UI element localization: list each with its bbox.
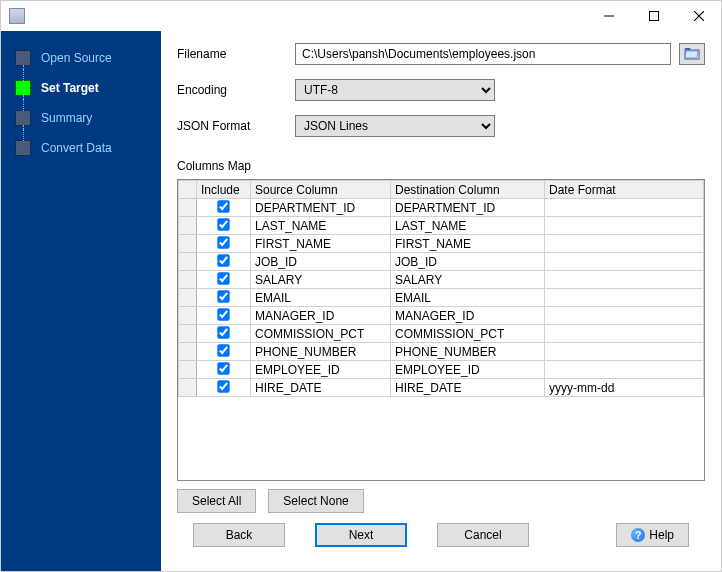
- step-marker-icon: [15, 50, 31, 66]
- source-cell[interactable]: LAST_NAME: [251, 217, 391, 235]
- dateformat-cell[interactable]: [545, 325, 704, 343]
- title-bar: [1, 1, 721, 31]
- dateformat-cell[interactable]: [545, 343, 704, 361]
- close-button[interactable]: [676, 1, 721, 31]
- table-row[interactable]: SALARYSALARY: [179, 271, 704, 289]
- col-header-include[interactable]: Include: [197, 181, 251, 199]
- dateformat-cell[interactable]: [545, 217, 704, 235]
- include-cell: [197, 235, 251, 253]
- row-handle[interactable]: [179, 217, 197, 235]
- source-cell[interactable]: PHONE_NUMBER: [251, 343, 391, 361]
- row-handle[interactable]: [179, 253, 197, 271]
- sidebar-item-summary[interactable]: Summary: [1, 103, 161, 133]
- table-row[interactable]: MANAGER_IDMANAGER_ID: [179, 307, 704, 325]
- browse-button[interactable]: [679, 43, 705, 65]
- table-row[interactable]: EMPLOYEE_IDEMPLOYEE_ID: [179, 361, 704, 379]
- include-checkbox[interactable]: [217, 290, 229, 302]
- include-cell: [197, 379, 251, 397]
- include-checkbox[interactable]: [217, 362, 229, 374]
- json-format-label: JSON Format: [177, 119, 287, 133]
- help-icon: ?: [631, 528, 645, 542]
- destination-cell[interactable]: HIRE_DATE: [391, 379, 545, 397]
- include-checkbox[interactable]: [217, 200, 229, 212]
- dateformat-cell[interactable]: [545, 253, 704, 271]
- row-handle[interactable]: [179, 271, 197, 289]
- table-row[interactable]: COMMISSION_PCTCOMMISSION_PCT: [179, 325, 704, 343]
- destination-cell[interactable]: FIRST_NAME: [391, 235, 545, 253]
- table-row[interactable]: DEPARTMENT_IDDEPARTMENT_ID: [179, 199, 704, 217]
- col-header-source[interactable]: Source Column: [251, 181, 391, 199]
- source-cell[interactable]: EMPLOYEE_ID: [251, 361, 391, 379]
- table-row[interactable]: LAST_NAMELAST_NAME: [179, 217, 704, 235]
- columns-map-label: Columns Map: [177, 159, 705, 173]
- destination-cell[interactable]: PHONE_NUMBER: [391, 343, 545, 361]
- destination-cell[interactable]: MANAGER_ID: [391, 307, 545, 325]
- destination-cell[interactable]: LAST_NAME: [391, 217, 545, 235]
- select-all-button[interactable]: Select All: [177, 489, 256, 513]
- maximize-button[interactable]: [631, 1, 676, 31]
- wizard-sidebar: Open SourceSet TargetSummaryConvert Data: [1, 31, 161, 571]
- destination-cell[interactable]: JOB_ID: [391, 253, 545, 271]
- destination-cell[interactable]: COMMISSION_PCT: [391, 325, 545, 343]
- dateformat-cell[interactable]: [545, 307, 704, 325]
- next-button[interactable]: Next: [315, 523, 407, 547]
- source-cell[interactable]: DEPARTMENT_ID: [251, 199, 391, 217]
- select-none-button[interactable]: Select None: [268, 489, 363, 513]
- source-cell[interactable]: MANAGER_ID: [251, 307, 391, 325]
- include-checkbox[interactable]: [217, 218, 229, 230]
- step-marker-icon: [15, 140, 31, 156]
- include-checkbox[interactable]: [217, 308, 229, 320]
- include-checkbox[interactable]: [217, 254, 229, 266]
- table-row[interactable]: FIRST_NAMEFIRST_NAME: [179, 235, 704, 253]
- source-cell[interactable]: JOB_ID: [251, 253, 391, 271]
- back-button[interactable]: Back: [193, 523, 285, 547]
- destination-cell[interactable]: SALARY: [391, 271, 545, 289]
- step-marker-icon: [15, 110, 31, 126]
- include-checkbox[interactable]: [217, 272, 229, 284]
- dateformat-cell[interactable]: [545, 271, 704, 289]
- encoding-select[interactable]: UTF-8: [295, 79, 495, 101]
- destination-cell[interactable]: EMAIL: [391, 289, 545, 307]
- sidebar-item-open-source[interactable]: Open Source: [1, 43, 161, 73]
- table-row[interactable]: EMAILEMAIL: [179, 289, 704, 307]
- source-cell[interactable]: EMAIL: [251, 289, 391, 307]
- source-cell[interactable]: HIRE_DATE: [251, 379, 391, 397]
- row-handle[interactable]: [179, 289, 197, 307]
- sidebar-item-label: Convert Data: [41, 141, 112, 155]
- row-handle[interactable]: [179, 343, 197, 361]
- filename-input[interactable]: [295, 43, 671, 65]
- source-cell[interactable]: COMMISSION_PCT: [251, 325, 391, 343]
- columns-table-wrap[interactable]: Include Source Column Destination Column…: [177, 179, 705, 481]
- destination-cell[interactable]: EMPLOYEE_ID: [391, 361, 545, 379]
- dateformat-cell[interactable]: yyyy-mm-dd: [545, 379, 704, 397]
- minimize-button[interactable]: [586, 1, 631, 31]
- col-header-dateformat[interactable]: Date Format: [545, 181, 704, 199]
- destination-cell[interactable]: DEPARTMENT_ID: [391, 199, 545, 217]
- include-checkbox[interactable]: [217, 380, 229, 392]
- include-checkbox[interactable]: [217, 236, 229, 248]
- row-handle[interactable]: [179, 235, 197, 253]
- table-row[interactable]: PHONE_NUMBERPHONE_NUMBER: [179, 343, 704, 361]
- include-cell: [197, 199, 251, 217]
- dateformat-cell[interactable]: [545, 235, 704, 253]
- include-checkbox[interactable]: [217, 326, 229, 338]
- source-cell[interactable]: FIRST_NAME: [251, 235, 391, 253]
- table-row[interactable]: JOB_IDJOB_ID: [179, 253, 704, 271]
- row-handle[interactable]: [179, 199, 197, 217]
- sidebar-item-convert-data[interactable]: Convert Data: [1, 133, 161, 163]
- source-cell[interactable]: SALARY: [251, 271, 391, 289]
- dateformat-cell[interactable]: [545, 199, 704, 217]
- row-handle[interactable]: [179, 307, 197, 325]
- row-handle[interactable]: [179, 361, 197, 379]
- col-header-destination[interactable]: Destination Column: [391, 181, 545, 199]
- table-row[interactable]: HIRE_DATEHIRE_DATEyyyy-mm-dd: [179, 379, 704, 397]
- dateformat-cell[interactable]: [545, 289, 704, 307]
- cancel-button[interactable]: Cancel: [437, 523, 529, 547]
- include-checkbox[interactable]: [217, 344, 229, 356]
- sidebar-item-set-target[interactable]: Set Target: [1, 73, 161, 103]
- json-format-select[interactable]: JSON Lines: [295, 115, 495, 137]
- row-handle[interactable]: [179, 379, 197, 397]
- help-button[interactable]: ? Help: [616, 523, 689, 547]
- dateformat-cell[interactable]: [545, 361, 704, 379]
- row-handle[interactable]: [179, 325, 197, 343]
